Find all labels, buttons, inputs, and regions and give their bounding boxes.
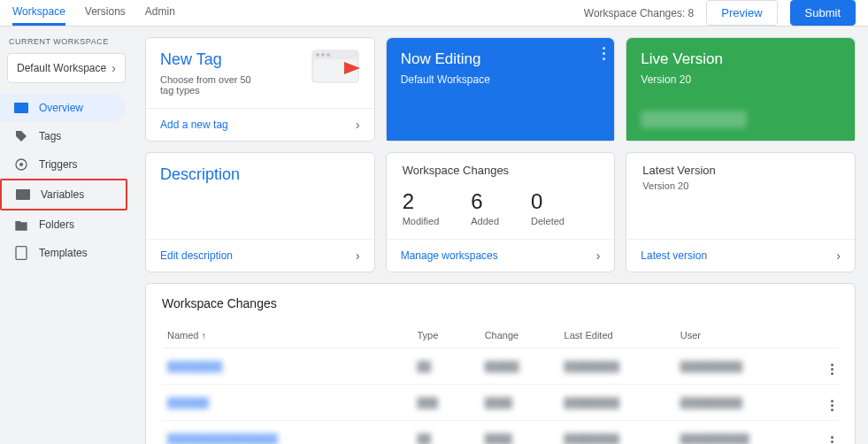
- nav-item-folders[interactable]: Folders: [0, 211, 126, 239]
- template-icon: [14, 246, 28, 260]
- tag-icon: [14, 129, 28, 143]
- variable-icon: [16, 188, 30, 202]
- nav-label: Variables: [41, 188, 84, 201]
- nav-item-templates[interactable]: Templates: [0, 239, 126, 267]
- col-type[interactable]: Type: [411, 323, 479, 348]
- cell-edited: ████████: [559, 385, 675, 421]
- nav-label: Overview: [39, 102, 83, 114]
- overview-icon: [14, 101, 28, 115]
- cell-name: ████████████████: [162, 421, 411, 445]
- latest-version-link[interactable]: Latest version ›: [626, 239, 855, 272]
- description-title: Description: [160, 165, 360, 184]
- stat-added: 6Added: [471, 189, 499, 226]
- col-last-edited[interactable]: Last Edited: [559, 323, 675, 348]
- live-version-sub: Version 20: [641, 73, 841, 86]
- svg-point-7: [316, 53, 319, 57]
- new-tag-sub: Choose from over 50 tag types: [160, 74, 266, 96]
- cell-type: ███: [411, 385, 479, 421]
- now-editing-menu-icon[interactable]: [603, 47, 605, 60]
- workspace-selector[interactable]: Default Workspace ›: [7, 53, 126, 83]
- svg-point-2: [19, 163, 23, 166]
- nav-label: Folders: [39, 218, 74, 231]
- table-title: Workspace Changes: [162, 296, 839, 310]
- preview-button[interactable]: Preview: [706, 0, 777, 26]
- chevron-right-icon: ›: [356, 118, 360, 132]
- col-change[interactable]: Change: [480, 323, 559, 348]
- stat-label: Modified: [403, 216, 440, 226]
- workspace-changes-count: Workspace Changes: 8: [584, 7, 695, 19]
- nav-item-overview[interactable]: Overview: [0, 94, 126, 122]
- table-row[interactable]: ████████████████████████████████████████: [162, 421, 839, 445]
- svg-point-8: [321, 53, 325, 57]
- chevron-right-icon: ›: [356, 249, 360, 263]
- col-actions: [816, 323, 840, 348]
- tab-admin[interactable]: Admin: [145, 0, 175, 26]
- nav-item-variables[interactable]: Variables: [0, 179, 127, 211]
- now-editing-title: Now Editing: [401, 50, 601, 68]
- cell-change: ████: [480, 421, 559, 445]
- chevron-right-icon: ›: [836, 249, 841, 263]
- tag-illustration-icon: [311, 49, 360, 84]
- col-user[interactable]: User: [675, 323, 816, 348]
- latest-version-link-label: Latest version: [641, 249, 707, 262]
- cell-user: █████████: [675, 348, 816, 385]
- current-workspace-label: CURRENT WORKSPACE: [0, 34, 133, 50]
- nav: Overview Tags Triggers Variables Folders…: [0, 94, 133, 267]
- trigger-icon: [14, 157, 28, 172]
- stat-deleted: 0Deleted: [531, 189, 565, 226]
- stat-num: 6: [471, 189, 499, 214]
- live-version-obscured: [641, 111, 747, 128]
- content: New Tag Choose from over 50 tag types Ad…: [133, 27, 868, 444]
- nav-label: Tags: [39, 130, 61, 142]
- svg-rect-4: [16, 247, 27, 260]
- cell-actions: [816, 421, 840, 445]
- row-menu-icon[interactable]: [831, 364, 833, 375]
- top-bar: Workspace Versions Admin Workspace Chang…: [0, 0, 868, 27]
- nav-item-tags[interactable]: Tags: [0, 122, 126, 150]
- add-new-tag-link[interactable]: Add a new tag ›: [146, 108, 374, 141]
- edit-description-label: Edit description: [160, 249, 233, 262]
- chevron-right-icon: ›: [596, 249, 601, 263]
- table-row[interactable]: ████████████████████████████████: [162, 348, 839, 385]
- stat-num: 0: [531, 189, 565, 214]
- live-version-title: Live Version: [641, 50, 841, 68]
- row-menu-icon[interactable]: [831, 400, 833, 411]
- now-editing-sub: Default Workspace: [401, 73, 601, 86]
- cell-change: █████: [480, 348, 559, 385]
- cell-name: ██████: [162, 385, 411, 421]
- workspace-selector-value: Default Workspace: [17, 62, 106, 74]
- edit-description-link[interactable]: Edit description ›: [146, 239, 374, 272]
- tab-workspace[interactable]: Workspace: [12, 0, 65, 26]
- latest-version-title: Latest Version: [626, 153, 855, 177]
- top-tabs: Workspace Versions Admin: [12, 0, 175, 26]
- cell-name: ████████: [162, 348, 411, 385]
- workspace-changes-card: Workspace Changes 2Modified 6Added 0Dele…: [386, 152, 616, 272]
- live-version-card: Live Version Version 20: [626, 37, 856, 142]
- cell-type: ██: [411, 421, 479, 445]
- stat-modified: 2Modified: [403, 189, 440, 226]
- chevron-right-icon: ›: [111, 61, 116, 75]
- cell-change: ████: [480, 385, 559, 421]
- tab-versions[interactable]: Versions: [85, 0, 126, 26]
- stat-num: 2: [403, 189, 440, 214]
- row-menu-icon[interactable]: [831, 436, 833, 444]
- submit-button[interactable]: Submit: [790, 0, 856, 26]
- folder-icon: [14, 218, 28, 232]
- description-card: Description Edit description ›: [145, 152, 375, 272]
- nav-label: Templates: [39, 247, 88, 259]
- manage-workspaces-link[interactable]: Manage workspaces ›: [387, 239, 615, 272]
- workspace-changes-title: Workspace Changes: [387, 153, 615, 177]
- latest-version-sub: Version 20: [626, 177, 855, 203]
- new-tag-card: New Tag Choose from over 50 tag types Ad…: [145, 37, 375, 142]
- table-row[interactable]: ██████████████████████████████: [162, 385, 839, 421]
- manage-workspaces-label: Manage workspaces: [401, 249, 498, 262]
- latest-version-card: Latest Version Version 20 Latest version…: [626, 152, 856, 272]
- stat-label: Deleted: [531, 216, 565, 226]
- add-new-tag-label: Add a new tag: [160, 119, 228, 131]
- sidebar: CURRENT WORKSPACE Default Workspace › Ov…: [0, 27, 133, 444]
- cell-edited: ████████: [559, 348, 675, 385]
- col-named[interactable]: Named: [162, 323, 411, 348]
- nav-item-triggers[interactable]: Triggers: [0, 150, 126, 179]
- changes-table: Named Type Change Last Edited User █████…: [162, 323, 839, 444]
- cell-edited: ████████: [559, 421, 675, 445]
